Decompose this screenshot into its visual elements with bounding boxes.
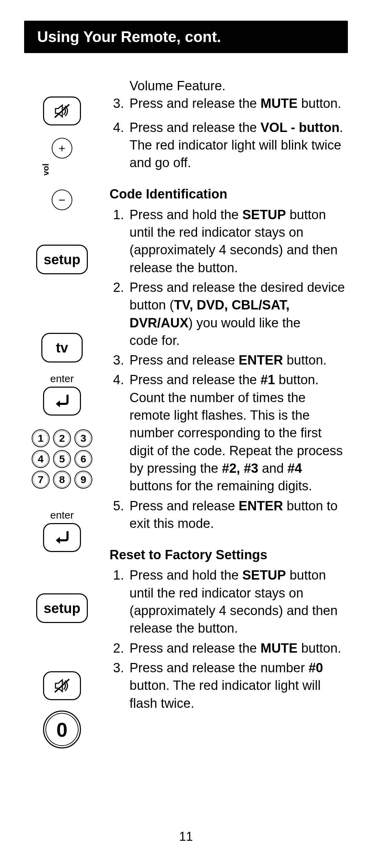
list-item: 3. Press and release the MUTE button. bbox=[110, 95, 348, 112]
list-item: 5. Press and release ENTER button to exi… bbox=[110, 497, 348, 533]
mute-button-icon bbox=[43, 96, 81, 125]
keypad-2: 2 bbox=[53, 429, 71, 447]
enter-arrow-icon bbox=[52, 530, 72, 545]
enter-arrow-icon bbox=[52, 394, 72, 409]
icon-column: vol + − setup tv enter bbox=[24, 77, 100, 748]
list-item: 1. Press and hold the SETUP button until… bbox=[110, 206, 348, 277]
keypad-8: 8 bbox=[53, 471, 71, 489]
setup-button-icon-2: setup bbox=[36, 593, 88, 623]
content-area: vol + − setup tv enter bbox=[24, 77, 348, 748]
tv-button-icon: tv bbox=[41, 333, 83, 362]
section-heading-code-id: Code Identification bbox=[110, 185, 348, 203]
list-item: 3. Press and release the number #0 butto… bbox=[110, 659, 348, 712]
mute-icon bbox=[53, 677, 71, 694]
zero-button-icon: 0 bbox=[43, 711, 81, 748]
mute-button-icon-2 bbox=[43, 671, 81, 700]
enter-label-2: enter bbox=[50, 509, 74, 521]
setup-button-icon: setup bbox=[36, 245, 88, 274]
volume-rocker-icon: vol + − bbox=[52, 138, 72, 210]
list-item: 2. Press and release the MUTE button. bbox=[110, 640, 348, 657]
enter-label: enter bbox=[50, 373, 74, 385]
keypad-7: 7 bbox=[32, 471, 50, 489]
vol-label: vol bbox=[41, 164, 51, 176]
vol-plus-icon: + bbox=[52, 138, 72, 159]
keypad-1: 1 bbox=[32, 429, 50, 447]
keypad-6: 6 bbox=[74, 450, 92, 468]
volume-feature-line: Volume Feature. bbox=[110, 77, 348, 95]
mute-icon bbox=[53, 102, 71, 120]
enter-button-icon bbox=[43, 387, 81, 416]
keypad-3: 3 bbox=[74, 429, 92, 447]
list-item: 1. Press and hold the SETUP button until… bbox=[110, 566, 348, 637]
keypad-9: 9 bbox=[74, 471, 92, 489]
page-number: 11 bbox=[0, 829, 372, 844]
list-item: 4. Press and release the #1 button. Coun… bbox=[110, 371, 348, 495]
list-item: 4. Press and release the VOL - button. T… bbox=[110, 119, 348, 172]
page-title: Using Your Remote, cont. bbox=[24, 21, 348, 53]
enter-button-icon-2 bbox=[43, 523, 81, 552]
keypad-4: 4 bbox=[32, 450, 50, 468]
vol-minus-icon: − bbox=[52, 190, 72, 210]
list-item: 2. Press and release the desired device … bbox=[110, 279, 348, 349]
list-item: 3. Press and release ENTER button. bbox=[110, 351, 348, 369]
keypad-5: 5 bbox=[53, 450, 71, 468]
section-heading-reset: Reset to Factory Settings bbox=[110, 546, 348, 564]
number-keypad-icon: 1 2 3 4 5 6 7 8 9 bbox=[32, 429, 92, 489]
text-column: Volume Feature. 3. Press and release the… bbox=[110, 77, 348, 748]
